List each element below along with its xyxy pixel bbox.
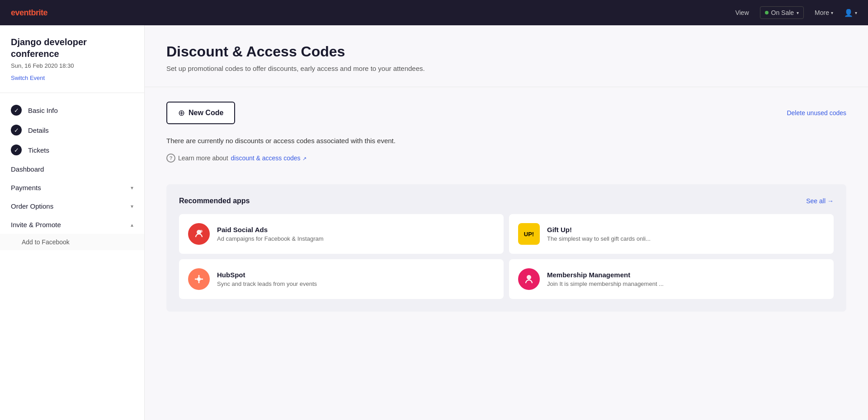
membership-icon [518, 268, 540, 290]
app-info-paid-social: Paid Social Ads Ad campaigns for Faceboo… [217, 226, 495, 242]
check-icon: ✓ [11, 125, 22, 135]
app-description: Sync and track leads from your events [217, 280, 495, 287]
new-code-button[interactable]: ⊕ New Code [166, 102, 235, 124]
see-all-link[interactable]: See all → [806, 197, 834, 205]
hubspot-icon [188, 268, 210, 290]
external-link-icon: ↗ [302, 156, 307, 161]
app-card-giftup[interactable]: UP! Gift Up! The simplest way to sell gi… [509, 214, 834, 254]
event-name: Django developer conference [11, 36, 133, 60]
sidebar-item-label: Dashboard [11, 165, 44, 173]
sidebar-item-label: Invite & Promote [11, 221, 61, 229]
sidebar-item-dashboard[interactable]: Dashboard [0, 160, 144, 178]
topnav-right: View On Sale ▾ More ▾ 👤 ▾ [735, 6, 857, 19]
sidebar-item-order-options[interactable]: Order Options ▾ [0, 197, 144, 215]
arrow-right-icon: → [827, 197, 834, 205]
sidebar-item-label: Tickets [28, 146, 49, 154]
sidebar: Django developer conference Sun, 16 Feb … [0, 25, 145, 420]
app-description: Ad campaigns for Facebook & Instagram [217, 235, 495, 242]
more-dropdown[interactable]: More ▾ [815, 9, 833, 16]
svg-point-7 [527, 275, 531, 280]
learn-more-row: ? Learn more about discount & access cod… [166, 154, 846, 163]
event-info: Django developer conference Sun, 16 Feb … [0, 36, 144, 93]
status-dropdown[interactable]: On Sale ▾ [760, 6, 804, 19]
logo[interactable]: eventbrite [11, 8, 735, 18]
info-icon: ? [166, 154, 175, 163]
more-label: More [815, 9, 829, 16]
view-button[interactable]: View [735, 9, 749, 16]
app-info-membership: Membership Management Join It is simple … [547, 271, 825, 287]
app-info-giftup: Gift Up! The simplest way to sell gift c… [547, 226, 825, 242]
app-card-membership[interactable]: Membership Management Join It is simple … [509, 259, 834, 299]
learn-more-prefix: Learn more about [178, 154, 228, 162]
chevron-down-icon: ▾ [855, 10, 857, 15]
chevron-down-icon: ▾ [131, 185, 133, 191]
svg-point-1 [200, 230, 203, 233]
event-date: Sun, 16 Feb 2020 18:30 [11, 62, 133, 69]
sidebar-item-invite-promote[interactable]: Invite & Promote ▴ [0, 215, 144, 234]
svg-point-2 [197, 277, 201, 281]
check-icon: ✓ [11, 105, 22, 116]
app-card-hubspot[interactable]: HubSpot Sync and track leads from your e… [179, 259, 504, 299]
sidebar-item-label: Order Options [11, 202, 53, 210]
plus-icon: ⊕ [178, 108, 185, 118]
sidebar-item-label: Basic Info [28, 107, 58, 114]
chevron-up-icon: ▴ [131, 222, 133, 228]
giftup-icon: UP! [518, 223, 540, 245]
apps-grid: Paid Social Ads Ad campaigns for Faceboo… [179, 214, 834, 299]
sidebar-navigation: ✓ Basic Info ✓ Details ✓ Tickets Dashboa… [0, 93, 144, 257]
user-icon: 👤 [844, 9, 853, 17]
app-name: HubSpot [217, 271, 495, 279]
recommended-header: Recommended apps See all → [179, 197, 834, 205]
main-content: Discount & Access Codes Set up promotion… [145, 25, 868, 420]
layout: Django developer conference Sun, 16 Feb … [0, 25, 868, 420]
discount-access-codes-link[interactable]: discount & access codes ↗ [231, 154, 307, 162]
sidebar-item-details[interactable]: ✓ Details [0, 120, 144, 140]
app-description: The simplest way to sell gift cards onli… [547, 235, 825, 242]
page-subtitle: Set up promotional codes to offer discou… [166, 65, 846, 72]
status-indicator [765, 11, 769, 14]
chevron-down-icon: ▾ [831, 10, 833, 15]
recommended-title: Recommended apps [179, 197, 250, 205]
app-card-paid-social[interactable]: Paid Social Ads Ad campaigns for Faceboo… [179, 214, 504, 254]
app-info-hubspot: HubSpot Sync and track leads from your e… [217, 271, 495, 287]
app-name: Membership Management [547, 271, 825, 279]
recommended-apps-section: Recommended apps See all → [166, 184, 846, 312]
chevron-down-icon: ▾ [131, 203, 133, 210]
sidebar-item-label: Details [28, 126, 49, 134]
check-icon: ✓ [11, 145, 22, 155]
empty-state-message: There are currently no discounts or acce… [166, 137, 846, 145]
status-label: On Sale [771, 9, 794, 16]
paid-social-icon [188, 223, 210, 245]
sidebar-item-tickets[interactable]: ✓ Tickets [0, 140, 144, 160]
switch-event-link[interactable]: Switch Event [11, 75, 45, 81]
sidebar-item-add-to-facebook[interactable]: Add to Facebook [0, 234, 144, 250]
actions-row: ⊕ New Code Delete unused codes [166, 102, 846, 124]
sidebar-item-payments[interactable]: Payments ▾ [0, 178, 144, 197]
chevron-down-icon: ▾ [797, 10, 799, 15]
app-description: Join It is simple membership management … [547, 280, 825, 287]
sidebar-item-basic-info[interactable]: ✓ Basic Info [0, 100, 144, 120]
app-name: Gift Up! [547, 226, 825, 233]
sidebar-item-label: Payments [11, 184, 41, 191]
top-navigation: eventbrite View On Sale ▾ More ▾ 👤 ▾ [0, 0, 868, 25]
app-name: Paid Social Ads [217, 226, 495, 233]
section-divider [145, 87, 868, 87]
new-code-label: New Code [189, 109, 223, 117]
page-title: Discount & Access Codes [166, 43, 846, 60]
user-menu[interactable]: 👤 ▾ [844, 9, 857, 17]
delete-unused-codes-link[interactable]: Delete unused codes [787, 109, 846, 117]
